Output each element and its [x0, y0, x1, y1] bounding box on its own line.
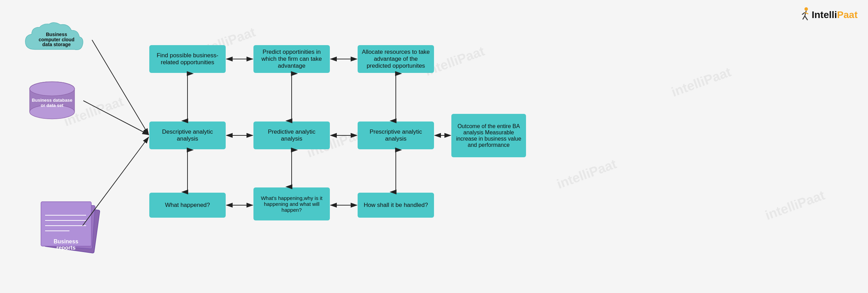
logo-intelli: Intelli [812, 9, 837, 20]
logo-paat: Paat [837, 9, 858, 20]
descriptive-box: Descriptive analytic analysis [149, 122, 226, 149]
arrows-overlay [0, 0, 868, 293]
how-shall-box: How shall it be handled? [358, 193, 434, 218]
predictive-label: Predictive analytic analysis [257, 128, 326, 142]
svg-text:computer cloud: computer cloud [39, 37, 74, 42]
find-opportunities-box: Find possible business-related opportuni… [149, 45, 226, 73]
outcome-box: Outcome of the entire BA analysis Measur… [451, 114, 526, 157]
whats-happening-label: What's happening,why is it happening and… [257, 195, 326, 213]
svg-text:Business: Business [53, 238, 78, 244]
cloud-shape: Business computer cloud data storage [19, 21, 92, 59]
watermark: intelliPaat [763, 188, 827, 223]
watermark: intelliPaat [555, 157, 618, 192]
logo-text: IntelliPaat [812, 9, 858, 20]
descriptive-label: Descriptive analytic analysis [153, 128, 222, 142]
outcome-label: Outcome of the entire BA analysis Measur… [456, 123, 522, 148]
predictive-box: Predictive analytic analysis [253, 122, 330, 149]
predict-opportunities-label: Predict opportinities in which the firm … [257, 49, 326, 69]
svg-line-3 [805, 16, 808, 20]
how-shall-label: How shall it be handled? [364, 202, 428, 209]
database-shape: Business database or data set [21, 80, 83, 122]
allocate-resources-box: Allocate resources to take advantage of … [358, 45, 434, 73]
logo: IntelliPaat [798, 6, 858, 24]
svg-point-12 [30, 82, 74, 96]
watermark: intelliPaat [669, 65, 733, 100]
prescriptive-label: Prescriptive analytic analysis [361, 128, 431, 142]
svg-line-4 [802, 12, 805, 15]
svg-text:Business: Business [46, 32, 67, 37]
svg-text:data storage: data storage [42, 42, 71, 47]
svg-text:reports: reports [56, 245, 75, 251]
svg-line-28 [92, 40, 149, 135]
whats-happening-box: What's happening,why is it happening and… [253, 187, 330, 220]
svg-text:Business database: Business database [32, 98, 73, 103]
intellipaat-logo-icon [798, 6, 810, 24]
find-opportunities-label: Find possible business-related opportuni… [153, 52, 222, 66]
prescriptive-box: Prescriptive analytic analysis [358, 122, 434, 149]
predict-opportunities-box: Predict opportinities in which the firm … [253, 45, 330, 73]
reports-shape: Business reports [35, 196, 104, 257]
svg-line-29 [83, 101, 149, 135]
svg-text:or data set: or data set [41, 103, 64, 108]
svg-point-0 [804, 7, 808, 11]
allocate-resources-label: Allocate resources to take advantage of … [361, 49, 431, 69]
what-happened-label: What happened? [165, 202, 210, 209]
what-happened-box: What happened? [149, 193, 226, 218]
svg-line-2 [803, 16, 805, 19]
